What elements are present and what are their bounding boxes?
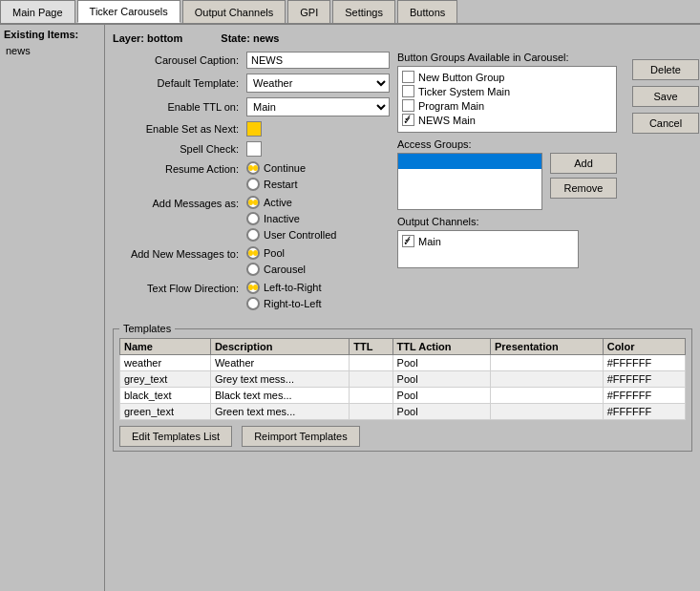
col-name: Name [120,339,211,355]
cell-color: #FFFFFF [603,355,685,371]
bg-news-checkbox[interactable]: ✓ [402,114,414,126]
tab-gpi[interactable]: GPI [287,0,330,23]
form-section: Carousel Caption: Default Template: Weat… [113,52,390,315]
bg-program-checkbox[interactable] [402,99,414,112]
reimport-templates-button[interactable]: Reimport Templates [242,426,360,447]
carousel-caption-row: Carousel Caption: [113,52,390,69]
new-pool-row: Pool [246,246,306,260]
button-groups-title: Button Groups Available in Carousel: [397,52,617,63]
rtl-radio[interactable] [246,297,260,310]
enable-set-as-next-row: Enable Set as Next: [113,121,390,137]
resume-restart-radio[interactable] [246,178,260,191]
cell-ttl [350,388,392,404]
bg-news-row: ✓ NEWS Main [402,114,612,126]
table-row[interactable]: weather Weather Pool #FFFFFF [120,355,686,371]
access-groups-list[interactable] [397,153,542,210]
tab-buttons[interactable]: Buttons [397,0,457,23]
tab-output-channels[interactable]: Output Channels [182,0,286,23]
cell-color: #FFFFFF [603,371,685,388]
table-row[interactable]: grey_text Grey text mess... Pool #FFFFFF [120,371,686,388]
access-remove-button[interactable]: Remove [550,178,617,199]
add-active-radio[interactable] [246,196,260,209]
cell-description: Green text mes... [210,404,349,420]
spell-check-label: Spell Check: [113,143,246,155]
new-pool-radio[interactable] [246,246,260,260]
resume-action-row: Resume Action: Continue Restart [113,161,390,191]
cell-presentation [491,404,604,420]
rtl-label: Right-to-Left [264,298,322,309]
add-active-label: Active [264,197,292,208]
layer-label: Layer: bottom [113,32,182,44]
tab-bar: Main Page Ticker Carousels Output Channe… [0,0,700,25]
button-groups-container: Button Groups Available in Carousel: New… [397,52,617,133]
add-user-controlled-radio[interactable] [246,228,260,242]
cell-presentation [491,388,604,404]
bg-new-label: New Button Group [418,72,505,83]
add-user-controlled-label: User Controlled [264,229,336,241]
sidebar: Existing Items: news [0,25,105,591]
new-carousel-row: Carousel [246,263,306,276]
bg-news-label: NEWS Main [418,115,476,126]
enable-set-as-next-checkbox[interactable] [246,121,262,137]
templates-table: Name Description TTL TTL Action Presenta… [119,338,686,420]
carousel-caption-input[interactable] [246,52,390,69]
access-add-button[interactable]: Add [550,153,617,174]
cell-ttl-action: Pool [392,388,490,404]
tab-main-page[interactable]: Main Page [0,0,75,23]
output-channels-list: ✓ Main [397,230,579,268]
resume-restart-row: Restart [246,178,306,191]
output-main-checkbox[interactable]: ✓ [402,235,414,247]
table-row[interactable]: green_text Green text mes... Pool #FFFFF… [120,404,686,420]
resume-action-group: Continue Restart [246,161,306,191]
resume-continue-radio[interactable] [246,161,260,175]
delete-button[interactable]: Delete [632,59,699,80]
cell-ttl-action: Pool [392,404,490,420]
cell-color: #FFFFFF [603,388,685,404]
tab-settings[interactable]: Settings [332,0,395,23]
cell-presentation [491,355,604,371]
bg-ticker-checkbox[interactable] [402,85,414,97]
rtl-row: Right-to-Left [246,297,322,310]
enable-ttl-label: Enable TTL on: [113,101,246,113]
default-template-select[interactable]: Weather [246,74,390,93]
button-groups-box: New Button Group Ticker System Main Prog… [397,66,617,133]
enable-ttl-row: Enable TTL on: Main [113,97,390,116]
spell-check-checkbox[interactable] [246,141,262,157]
bg-ticker-label: Ticker System Main [418,86,510,97]
edit-templates-button[interactable]: Edit Templates List [119,426,232,447]
add-new-messages-label: Add New Messages to: [113,246,246,260]
table-row[interactable]: black_text Black text mes... Pool #FFFFF… [120,388,686,404]
cell-name: green_text [120,404,211,420]
bg-new-checkbox[interactable] [402,71,414,83]
add-messages-group: Active Inactive User Controlled [246,196,336,242]
cell-name: weather [120,355,211,371]
new-carousel-label: Carousel [264,264,306,275]
new-carousel-radio[interactable] [246,263,260,276]
col-color: Color [603,339,685,355]
col-description: Description [210,339,349,355]
bottom-buttons: Edit Templates List Reimport Templates [119,426,686,447]
enable-ttl-select[interactable]: Main [246,97,390,116]
access-groups-row: Add Remove [397,153,617,210]
text-flow-label: Text Flow Direction: [113,281,246,294]
cell-ttl-action: Pool [392,371,490,388]
add-messages-row: Add Messages as: Active Inactive User [113,196,390,242]
main-layout: Existing Items: news Layer: bottom State… [0,25,700,591]
sidebar-item-news[interactable]: news [4,44,100,57]
layer-state-header: Layer: bottom State: news [113,32,692,44]
cancel-button[interactable]: Cancel [632,113,699,134]
cell-ttl-action: Pool [392,355,490,371]
ltr-radio[interactable] [246,281,260,294]
save-button[interactable]: Save [632,86,699,107]
text-flow-group: Left-to-Right Right-to-Left [246,281,322,310]
state-label: State: news [221,32,279,44]
tab-ticker-carousels[interactable]: Ticker Carousels [77,0,180,23]
access-list-item-selected[interactable] [398,154,541,169]
bg-ticker-row: Ticker System Main [402,85,612,97]
add-inactive-radio[interactable] [246,212,260,225]
groups-section: Button Groups Available in Carousel: New… [397,52,617,315]
ltr-label: Left-to-Right [264,282,322,293]
spell-check-row: Spell Check: [113,141,390,157]
add-new-messages-group: Pool Carousel [246,246,306,276]
access-groups-title: Access Groups: [397,138,617,150]
